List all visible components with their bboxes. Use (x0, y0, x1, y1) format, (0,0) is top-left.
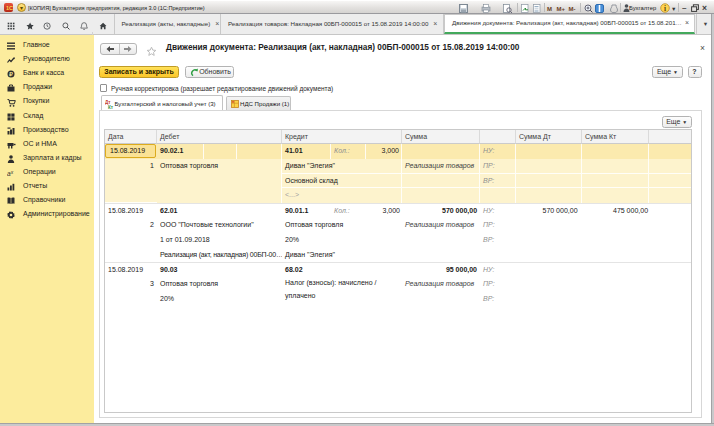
svg-text:Кт: Кт (108, 104, 114, 109)
svg-text:ax: ax (7, 169, 14, 177)
svg-text:i: i (664, 4, 666, 13)
svg-text:₽: ₽ (9, 72, 13, 78)
